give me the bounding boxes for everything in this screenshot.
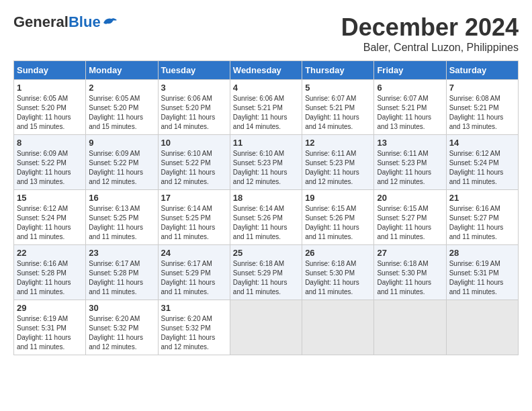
calendar-cell: 4Sunrise: 6:06 AMSunset: 5:21 PMDaylight… <box>230 80 302 135</box>
day-of-week-header: Wednesday <box>230 61 302 80</box>
day-number: 9 <box>89 138 154 148</box>
day-info: Sunrise: 6:10 AMSunset: 5:22 PMDaylight:… <box>161 149 227 187</box>
calendar-cell: 13Sunrise: 6:11 AMSunset: 5:23 PMDayligh… <box>374 135 446 190</box>
calendar-cell: 24Sunrise: 6:17 AMSunset: 5:29 PMDayligh… <box>158 245 230 300</box>
day-number: 15 <box>17 193 83 203</box>
day-number: 23 <box>89 248 154 258</box>
day-of-week-header: Tuesday <box>158 61 230 80</box>
day-number: 19 <box>305 193 371 203</box>
day-info: Sunrise: 6:19 AMSunset: 5:31 PMDaylight:… <box>17 314 83 352</box>
calendar-cell: 16Sunrise: 6:13 AMSunset: 5:25 PMDayligh… <box>86 190 158 245</box>
day-number: 5 <box>305 83 371 93</box>
calendar-cell: 21Sunrise: 6:16 AMSunset: 5:27 PMDayligh… <box>446 190 518 245</box>
day-number: 27 <box>377 248 443 258</box>
day-info: Sunrise: 6:12 AMSunset: 5:24 PMDaylight:… <box>17 204 83 242</box>
day-number: 7 <box>449 83 515 93</box>
day-info: Sunrise: 6:18 AMSunset: 5:30 PMDaylight:… <box>305 259 371 297</box>
day-info: Sunrise: 6:09 AMSunset: 5:22 PMDaylight:… <box>89 149 154 187</box>
day-of-week-header: Monday <box>86 61 158 80</box>
day-number: 24 <box>161 248 227 258</box>
day-info: Sunrise: 6:14 AMSunset: 5:25 PMDaylight:… <box>161 204 227 242</box>
day-info: Sunrise: 6:11 AMSunset: 5:23 PMDaylight:… <box>305 149 371 187</box>
calendar-cell <box>302 300 374 355</box>
day-info: Sunrise: 6:10 AMSunset: 5:23 PMDaylight:… <box>233 149 299 187</box>
day-number: 11 <box>233 138 299 148</box>
calendar-table: SundayMondayTuesdayWednesdayThursdayFrid… <box>13 60 519 355</box>
calendar-cell: 1Sunrise: 6:05 AMSunset: 5:20 PMDaylight… <box>14 80 86 135</box>
day-info: Sunrise: 6:18 AMSunset: 5:29 PMDaylight:… <box>233 259 299 297</box>
calendar-week-row: 29Sunrise: 6:19 AMSunset: 5:31 PMDayligh… <box>14 300 519 355</box>
calendar-cell <box>374 300 446 355</box>
day-info: Sunrise: 6:05 AMSunset: 5:20 PMDaylight:… <box>89 94 154 132</box>
day-number: 13 <box>377 138 443 148</box>
day-number: 6 <box>377 83 443 93</box>
day-of-week-header: Saturday <box>446 61 518 80</box>
calendar-week-row: 1Sunrise: 6:05 AMSunset: 5:20 PMDaylight… <box>14 80 519 135</box>
calendar-cell: 27Sunrise: 6:18 AMSunset: 5:30 PMDayligh… <box>374 245 446 300</box>
calendar-week-row: 22Sunrise: 6:16 AMSunset: 5:28 PMDayligh… <box>14 245 519 300</box>
calendar-cell: 6Sunrise: 6:07 AMSunset: 5:21 PMDaylight… <box>374 80 446 135</box>
day-number: 30 <box>89 303 154 313</box>
calendar-cell: 19Sunrise: 6:15 AMSunset: 5:26 PMDayligh… <box>302 190 374 245</box>
calendar-header-row: SundayMondayTuesdayWednesdayThursdayFrid… <box>14 61 519 80</box>
calendar-cell: 7Sunrise: 6:08 AMSunset: 5:21 PMDaylight… <box>446 80 518 135</box>
day-info: Sunrise: 6:08 AMSunset: 5:21 PMDaylight:… <box>449 94 515 132</box>
day-info: Sunrise: 6:20 AMSunset: 5:32 PMDaylight:… <box>89 314 154 352</box>
day-of-week-header: Friday <box>374 61 446 80</box>
day-info: Sunrise: 6:17 AMSunset: 5:28 PMDaylight:… <box>89 259 154 297</box>
day-info: Sunrise: 6:18 AMSunset: 5:30 PMDaylight:… <box>377 259 443 297</box>
day-info: Sunrise: 6:15 AMSunset: 5:27 PMDaylight:… <box>377 204 443 242</box>
day-number: 22 <box>17 248 83 258</box>
day-of-week-header: Sunday <box>14 61 86 80</box>
day-number: 21 <box>449 193 515 203</box>
calendar-cell: 9Sunrise: 6:09 AMSunset: 5:22 PMDaylight… <box>86 135 158 190</box>
day-info: Sunrise: 6:06 AMSunset: 5:21 PMDaylight:… <box>233 94 299 132</box>
location: Baler, Central Luzon, Philippines <box>341 42 519 54</box>
logo: GeneralBlue <box>13 13 117 31</box>
calendar-cell: 2Sunrise: 6:05 AMSunset: 5:20 PMDaylight… <box>86 80 158 135</box>
title-section: December 2024 Baler, Central Luzon, Phil… <box>341 13 519 54</box>
calendar-cell: 22Sunrise: 6:16 AMSunset: 5:28 PMDayligh… <box>14 245 86 300</box>
calendar-cell: 26Sunrise: 6:18 AMSunset: 5:30 PMDayligh… <box>302 245 374 300</box>
day-number: 4 <box>233 83 299 93</box>
day-number: 31 <box>161 303 227 313</box>
page-header: GeneralBlue December 2024 Baler, Central… <box>13 13 519 54</box>
day-number: 29 <box>17 303 83 313</box>
day-number: 2 <box>89 83 154 93</box>
day-number: 10 <box>161 138 227 148</box>
logo-blue: Blue <box>69 13 101 30</box>
day-number: 20 <box>377 193 443 203</box>
day-number: 1 <box>17 83 83 93</box>
day-info: Sunrise: 6:15 AMSunset: 5:26 PMDaylight:… <box>305 204 371 242</box>
logo-bird-icon <box>102 16 117 28</box>
logo-text: GeneralBlue <box>13 13 101 31</box>
calendar-cell: 5Sunrise: 6:07 AMSunset: 5:21 PMDaylight… <box>302 80 374 135</box>
logo-general: General <box>13 13 69 30</box>
calendar-cell: 25Sunrise: 6:18 AMSunset: 5:29 PMDayligh… <box>230 245 302 300</box>
calendar-cell: 12Sunrise: 6:11 AMSunset: 5:23 PMDayligh… <box>302 135 374 190</box>
calendar-cell: 18Sunrise: 6:14 AMSunset: 5:26 PMDayligh… <box>230 190 302 245</box>
calendar-cell: 8Sunrise: 6:09 AMSunset: 5:22 PMDaylight… <box>14 135 86 190</box>
day-info: Sunrise: 6:12 AMSunset: 5:24 PMDaylight:… <box>449 149 515 187</box>
calendar-cell: 10Sunrise: 6:10 AMSunset: 5:22 PMDayligh… <box>158 135 230 190</box>
day-info: Sunrise: 6:11 AMSunset: 5:23 PMDaylight:… <box>377 149 443 187</box>
calendar-cell <box>230 300 302 355</box>
day-info: Sunrise: 6:14 AMSunset: 5:26 PMDaylight:… <box>233 204 299 242</box>
day-info: Sunrise: 6:20 AMSunset: 5:32 PMDaylight:… <box>161 314 227 352</box>
day-info: Sunrise: 6:19 AMSunset: 5:31 PMDaylight:… <box>449 259 515 297</box>
day-number: 26 <box>305 248 371 258</box>
calendar-cell: 17Sunrise: 6:14 AMSunset: 5:25 PMDayligh… <box>158 190 230 245</box>
calendar-cell: 30Sunrise: 6:20 AMSunset: 5:32 PMDayligh… <box>86 300 158 355</box>
day-number: 14 <box>449 138 515 148</box>
day-number: 18 <box>233 193 299 203</box>
day-number: 8 <box>17 138 83 148</box>
calendar-cell: 29Sunrise: 6:19 AMSunset: 5:31 PMDayligh… <box>14 300 86 355</box>
calendar-cell: 14Sunrise: 6:12 AMSunset: 5:24 PMDayligh… <box>446 135 518 190</box>
calendar-cell: 3Sunrise: 6:06 AMSunset: 5:20 PMDaylight… <box>158 80 230 135</box>
day-number: 25 <box>233 248 299 258</box>
day-info: Sunrise: 6:07 AMSunset: 5:21 PMDaylight:… <box>377 94 443 132</box>
day-number: 16 <box>89 193 154 203</box>
day-info: Sunrise: 6:09 AMSunset: 5:22 PMDaylight:… <box>17 149 83 187</box>
calendar-cell: 31Sunrise: 6:20 AMSunset: 5:32 PMDayligh… <box>158 300 230 355</box>
calendar-cell: 11Sunrise: 6:10 AMSunset: 5:23 PMDayligh… <box>230 135 302 190</box>
